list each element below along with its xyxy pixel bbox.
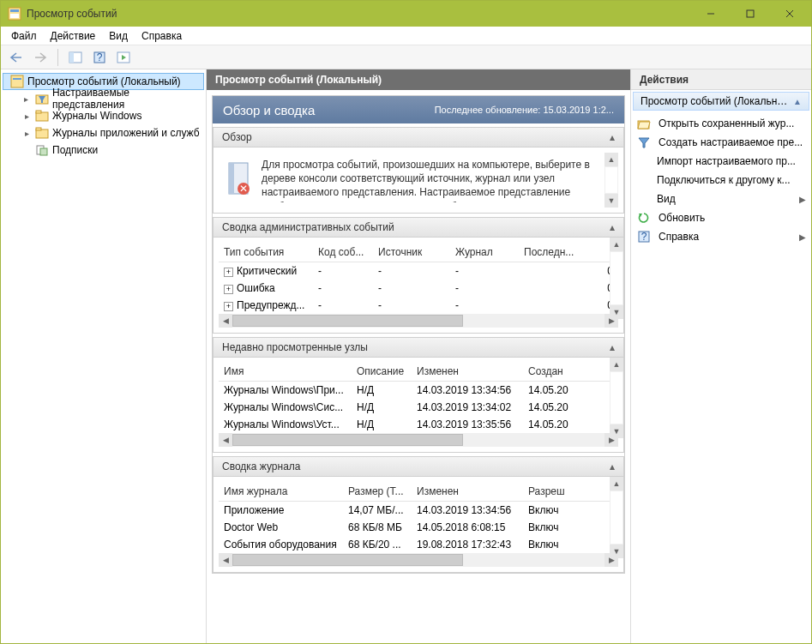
- collapse-icon[interactable]: ▴: [610, 221, 615, 233]
- submenu-icon: ▶: [799, 195, 806, 204]
- center-body[interactable]: Обзор и сводка Последнее обновление: 15.…: [207, 90, 630, 643]
- menu-view[interactable]: Вид: [102, 28, 135, 44]
- scrollbar-vertical[interactable]: ▲▼: [610, 358, 623, 439]
- menu-file[interactable]: Файл: [4, 28, 44, 44]
- scroll-thumb[interactable]: [605, 167, 617, 193]
- scrollbar-vertical[interactable]: ▲▼: [610, 477, 623, 558]
- show-tree-button[interactable]: [65, 48, 86, 67]
- expand-icon[interactable]: +: [224, 285, 233, 294]
- table-row[interactable]: +Ошибка---0: [219, 280, 618, 297]
- table-row[interactable]: Журналы Windows\Сис...Н/Д14.03.2019 13:3…: [219, 399, 618, 416]
- scroll-up-icon[interactable]: ▲: [604, 153, 618, 166]
- table-row[interactable]: Журналы Windows\Уст...Н/Д14.03.2019 13:3…: [219, 416, 618, 433]
- section-header[interactable]: Сводка журнала ▴: [213, 456, 624, 477]
- table-row[interactable]: Doctor Web68 КБ/8 МБ14.05.2018 6:08:15Вк…: [219, 519, 618, 536]
- table-row[interactable]: Журналы Windows\При...Н/Д14.03.2019 13:3…: [219, 382, 618, 400]
- expand-icon[interactable]: +: [224, 302, 233, 311]
- scrollbar-vertical[interactable]: ▲▼: [610, 238, 623, 319]
- titlebar[interactable]: Просмотр событий: [1, 1, 811, 27]
- col-journal-name[interactable]: Имя журнала: [219, 482, 343, 501]
- svg-marker-28: [638, 122, 650, 129]
- expand-icon[interactable]: +: [224, 268, 233, 277]
- section-label: Сводка журнала: [222, 460, 610, 472]
- maximize-button[interactable]: [731, 1, 770, 27]
- collapse-icon[interactable]: ▴: [610, 341, 615, 353]
- table-header-row[interactable]: Имя журнала Размер (Т... Изменен Разреш: [219, 482, 618, 501]
- admin-grid: Тип события Код соб... Источник Журнал П…: [213, 238, 624, 334]
- table-row[interactable]: +Критический---0: [219, 262, 618, 280]
- col-modified[interactable]: Изменен: [412, 482, 523, 501]
- overview-title: Обзор и сводка: [223, 103, 435, 117]
- col-type[interactable]: Тип события: [219, 243, 313, 262]
- scroll-down-icon[interactable]: ▼: [604, 194, 618, 208]
- toolbar: ?: [1, 45, 811, 69]
- section-body: ✕ Для просмотра событий, произошедших на…: [213, 147, 624, 214]
- section-header[interactable]: Сводка административных событий ▴: [213, 217, 624, 238]
- folder-open-icon: [636, 117, 652, 130]
- folder-icon: [35, 109, 49, 123]
- close-button[interactable]: [770, 1, 809, 27]
- section-header[interactable]: Недавно просмотренные узлы ▴: [213, 337, 624, 358]
- col-modified[interactable]: Изменен: [412, 363, 523, 382]
- table-row[interactable]: События оборудования68 КБ/20 ...19.08.20…: [219, 536, 618, 553]
- expand-icon[interactable]: ▸: [21, 129, 32, 138]
- forward-button[interactable]: [30, 48, 51, 67]
- section-header[interactable]: Обзор ▴: [213, 127, 624, 147]
- col-desc[interactable]: Описание: [352, 363, 412, 382]
- summary-grid: Имя журнала Размер (Т... Изменен Разреш …: [213, 477, 624, 573]
- table-header-row[interactable]: Тип события Код соб... Источник Журнал П…: [219, 243, 618, 262]
- action-help[interactable]: ? Справка ▶: [631, 227, 811, 246]
- col-name[interactable]: Имя: [219, 363, 352, 382]
- svg-rect-14: [13, 78, 21, 80]
- minimize-button[interactable]: [691, 1, 731, 27]
- center-pane: Просмотр событий (Локальный) Обзор и сво…: [207, 69, 631, 643]
- action-label: Импорт настраиваемого пр...: [657, 155, 806, 167]
- subscriptions-icon: [35, 143, 49, 157]
- scrollbar-horizontal[interactable]: ◀▶: [219, 553, 618, 567]
- actions-subtitle-label: Просмотр событий (Локальный): [641, 95, 793, 107]
- section-admin: Сводка административных событий ▴ Тип со…: [213, 217, 624, 334]
- col-size[interactable]: Размер (Т...: [343, 482, 412, 501]
- action-create-custom-view[interactable]: Создать настраиваемое пре...: [631, 133, 811, 152]
- action-open-saved-log[interactable]: Открыть сохраненный жур...: [631, 114, 811, 133]
- scrollbar-horizontal[interactable]: ◀▶: [219, 433, 618, 447]
- col-evid[interactable]: Код соб...: [313, 243, 373, 262]
- collapse-icon[interactable]: ▴: [610, 131, 615, 143]
- action-label: Открыть сохраненный жур...: [659, 117, 806, 129]
- menu-action[interactable]: Действие: [44, 28, 103, 44]
- table-header-row[interactable]: Имя Описание Изменен Создан: [219, 363, 618, 382]
- actions-subtitle[interactable]: Просмотр событий (Локальный) ▲: [633, 92, 809, 111]
- action-connect-another[interactable]: Подключиться к другому к...: [631, 171, 811, 190]
- col-source[interactable]: Источник: [373, 243, 450, 262]
- scrollbar-vertical[interactable]: ▲ ▼: [604, 153, 618, 208]
- action-refresh[interactable]: Обновить: [631, 208, 811, 227]
- collapse-icon[interactable]: ▲: [793, 97, 802, 106]
- tree-item-subscriptions[interactable]: Подписки: [3, 141, 204, 159]
- tree-item-app-logs[interactable]: ▸ Журналы приложений и служб: [3, 124, 204, 141]
- help-button[interactable]: ?: [89, 48, 110, 67]
- menu-help[interactable]: Справка: [135, 28, 189, 44]
- section-recent: Недавно просмотренные узлы ▴ Имя Описани…: [213, 337, 624, 454]
- back-button[interactable]: [6, 48, 27, 67]
- svg-rect-1: [10, 9, 19, 12]
- svg-rect-2: [10, 14, 19, 18]
- col-journal[interactable]: Журнал: [450, 243, 519, 262]
- expand-icon[interactable]: ▸: [21, 111, 32, 121]
- svg-rect-22: [40, 148, 47, 155]
- collapse-icon[interactable]: ▴: [610, 460, 615, 472]
- menubar: Файл Действие Вид Справка: [1, 27, 811, 45]
- col-allowed[interactable]: Разреш: [523, 482, 618, 501]
- section-label: Сводка административных событий: [222, 221, 610, 233]
- table-row[interactable]: Приложение14,07 МБ/...14.03.2019 13:34:5…: [219, 501, 618, 519]
- action-view[interactable]: Вид ▶: [631, 190, 811, 208]
- properties-button[interactable]: [113, 48, 134, 67]
- col-last[interactable]: Последн...: [519, 243, 618, 262]
- svg-text:?: ?: [641, 231, 647, 243]
- table-row[interactable]: +Предупрежд...---0: [219, 297, 618, 314]
- expand-icon[interactable]: ▸: [21, 94, 32, 104]
- scrollbar-horizontal[interactable]: ◀▶: [219, 314, 618, 328]
- tree-pane[interactable]: Просмотр событий (Локальный) ▸ Настраива…: [1, 69, 207, 643]
- action-import-custom-view[interactable]: Импорт настраиваемого пр...: [631, 152, 811, 171]
- col-created[interactable]: Создан: [523, 363, 618, 382]
- tree-item-custom-views[interactable]: ▸ Настраиваемые представления: [3, 90, 204, 107]
